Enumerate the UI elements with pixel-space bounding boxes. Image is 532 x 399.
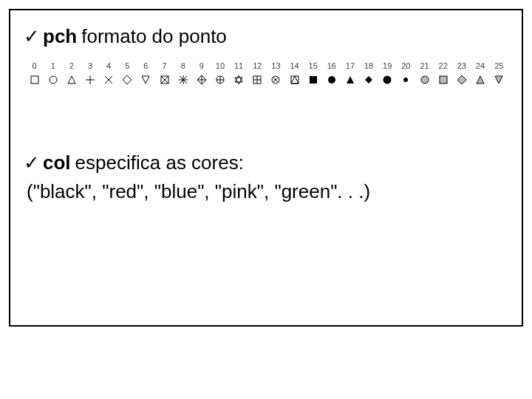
param-col: col xyxy=(43,151,71,174)
pch-label: 19 xyxy=(378,61,397,70)
pch-24-fill-triangle-up-border-icon xyxy=(471,70,489,85)
pch-0-open-square-icon xyxy=(25,70,44,85)
pch-10-circle-plus-icon xyxy=(211,70,229,85)
pch-19-solid-circle-icon xyxy=(378,70,397,85)
svg-marker-34 xyxy=(347,76,354,83)
pch-21-fill-circle-border-icon xyxy=(415,70,434,85)
svg-marker-7 xyxy=(123,75,132,84)
svg-point-36 xyxy=(383,76,392,84)
pch-label: 5 xyxy=(118,61,137,70)
pch-symbol-row xyxy=(25,70,508,85)
slide-frame: ✓ pch formato do ponto 0 1 2 3 4 5 6 7 8… xyxy=(9,9,523,327)
svg-rect-30 xyxy=(291,76,299,83)
pch-23-fill-diamond-border-icon xyxy=(452,70,471,85)
check-icon: ✓ xyxy=(24,27,40,46)
svg-rect-39 xyxy=(440,76,447,83)
pch-6-open-triangle-down-icon xyxy=(137,70,155,85)
pch-label: 24 xyxy=(471,61,489,70)
pch-label: 1 xyxy=(44,61,62,70)
pch-label: 9 xyxy=(192,61,211,70)
bullet-col: ✓ col especifica as cores: xyxy=(24,151,508,174)
param-pch: pch xyxy=(43,25,77,48)
bullet-pch: ✓ pch formato do ponto xyxy=(24,25,508,48)
text-pch: formato do ponto xyxy=(81,25,227,48)
pch-1-open-circle-icon xyxy=(44,70,62,85)
pch-20-small-dot-icon xyxy=(397,70,415,85)
pch-17-filled-triangle-icon xyxy=(341,70,359,85)
pch-label: 11 xyxy=(230,61,248,70)
svg-point-38 xyxy=(421,76,429,83)
pch-label: 8 xyxy=(174,61,192,70)
pch-label: 23 xyxy=(452,61,471,70)
pch-7-square-x-icon xyxy=(155,70,174,85)
svg-point-37 xyxy=(403,78,408,82)
pch-label: 14 xyxy=(285,61,304,70)
color-examples: ("black", "red", "blue", "pink", "green"… xyxy=(24,180,508,203)
check-icon: ✓ xyxy=(24,153,40,172)
pch-3-plus-icon xyxy=(81,70,99,85)
svg-rect-0 xyxy=(31,76,38,83)
pch-label: 6 xyxy=(137,61,155,70)
pch-label: 15 xyxy=(304,61,322,70)
svg-point-33 xyxy=(328,76,335,83)
pch-symbol-table: 0 1 2 3 4 5 6 7 8 9 10 11 12 13 14 15 16… xyxy=(24,61,508,85)
svg-marker-22 xyxy=(235,75,242,82)
pch-label: 10 xyxy=(211,61,229,70)
pch-label: 13 xyxy=(267,61,285,70)
pch-12-square-plus-icon xyxy=(248,70,267,85)
svg-marker-41 xyxy=(477,76,484,83)
pch-9-diamond-plus-icon xyxy=(192,70,211,85)
svg-marker-2 xyxy=(68,76,75,83)
pch-label: 21 xyxy=(415,61,434,70)
pch-label: 4 xyxy=(100,61,118,70)
text-col: especifica as cores: xyxy=(75,151,244,174)
pch-label: 17 xyxy=(341,61,359,70)
svg-marker-42 xyxy=(495,76,502,83)
pch-15-filled-square-icon xyxy=(304,70,322,85)
pch-label: 16 xyxy=(322,61,341,70)
pch-label-row: 0 1 2 3 4 5 6 7 8 9 10 11 12 13 14 15 16… xyxy=(25,61,508,70)
pch-label: 3 xyxy=(81,61,99,70)
svg-marker-31 xyxy=(291,76,299,83)
pch-14-square-triangle-icon xyxy=(285,70,304,85)
pch-label: 20 xyxy=(397,61,415,70)
pch-label: 18 xyxy=(360,61,378,70)
pch-11-star-of-david-icon xyxy=(230,70,248,85)
pch-22-fill-square-border-icon xyxy=(434,70,452,85)
pch-5-open-diamond-icon xyxy=(118,70,137,85)
svg-marker-40 xyxy=(457,75,466,84)
svg-point-1 xyxy=(50,76,57,83)
pch-label: 25 xyxy=(490,61,508,70)
pch-label: 7 xyxy=(155,61,174,70)
pch-4-x-icon xyxy=(100,70,118,85)
svg-rect-32 xyxy=(310,76,317,83)
pch-18-filled-diamond-icon xyxy=(360,70,378,85)
pch-label: 0 xyxy=(25,61,44,70)
pch-label: 12 xyxy=(248,61,267,70)
pch-label: 22 xyxy=(434,61,452,70)
pch-8-asterisk-icon xyxy=(174,70,192,85)
pch-13-circle-x-icon xyxy=(267,70,285,85)
svg-marker-35 xyxy=(365,76,372,83)
pch-label: 2 xyxy=(62,61,81,70)
pch-16-filled-circle-icon xyxy=(322,70,341,85)
pch-2-open-triangle-up-icon xyxy=(62,70,81,85)
svg-marker-23 xyxy=(235,78,242,84)
pch-25-fill-triangle-down-border-icon xyxy=(490,70,508,85)
svg-marker-8 xyxy=(142,76,149,83)
